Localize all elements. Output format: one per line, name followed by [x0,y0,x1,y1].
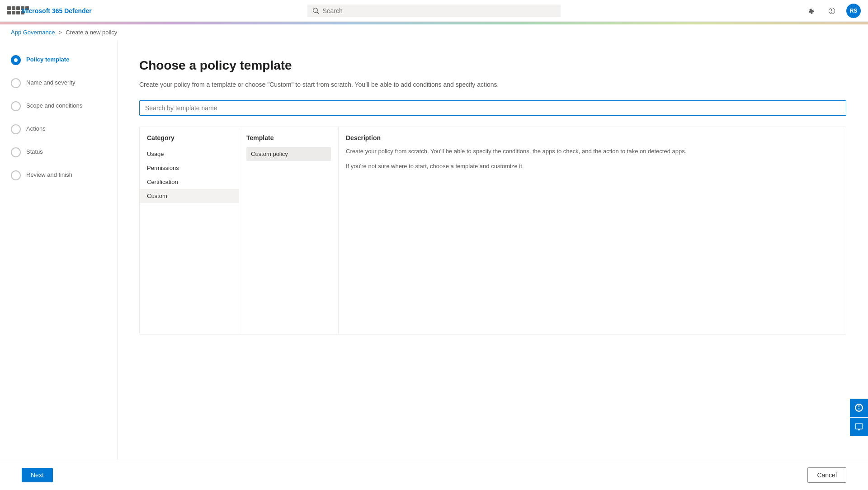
footer-right: Cancel [807,467,846,483]
breadcrumb-parent[interactable]: App Governance [11,29,55,36]
global-search-bar[interactable] [307,5,561,17]
side-actions [850,399,868,436]
nav-left: Microsoft 365 Defender [7,6,92,15]
category-permissions[interactable]: Permissions [140,161,239,175]
spacer-1 [11,65,106,78]
step-label-scope-conditions: Scope and conditions [26,101,82,110]
step-label-name-severity: Name and severity [26,78,75,87]
spacer-2 [11,88,106,101]
step-label-policy-template: Policy template [26,55,69,64]
page-description: Create your policy from a template or ch… [139,80,846,90]
settings-icon[interactable] [803,4,817,18]
template-header: Template [246,134,331,141]
spacer-3 [11,111,106,124]
description-column: Description Create your policy from scra… [339,127,846,334]
spacer-4 [11,134,106,147]
next-button[interactable]: Next [22,468,53,482]
step-scope-conditions: Scope and conditions [11,101,106,111]
step-policy-template: Policy template [11,55,106,65]
step-circle-review-finish [11,170,21,180]
main-layout: Policy template Name and severity Scope … [0,40,868,489]
description-text1: Create your policy from scratch. You'll … [346,147,839,156]
template-panel: Category Usage Permissions Certification… [139,127,846,335]
step-label-review-finish: Review and finish [26,170,72,179]
spacer-5 [11,157,106,170]
cancel-button[interactable]: Cancel [807,467,846,483]
nav-right: RS [803,4,861,18]
user-avatar[interactable]: RS [846,4,861,18]
app-title: Microsoft 365 Defender [22,7,92,14]
step-name-severity: Name and severity [11,78,106,88]
category-custom[interactable]: Custom [140,189,239,203]
step-actions: Actions [11,124,106,134]
step-label-status: Status [26,147,43,156]
global-search-input[interactable] [322,7,555,14]
step-circle-name-severity [11,78,21,88]
step-circle-status [11,147,21,157]
template-search-input[interactable] [139,100,846,116]
template-column: Template Custom policy [239,127,339,334]
sidebar: Policy template Name and severity Scope … [0,40,118,489]
breadcrumb: App Governance > Create a new policy [0,24,868,40]
top-navigation: Microsoft 365 Defender RS [0,0,868,22]
footer: Next Cancel [0,460,868,490]
step-circle-scope-conditions [11,101,21,111]
step-circle-actions [11,124,21,134]
category-usage[interactable]: Usage [140,147,239,161]
step-circle-policy-template [11,55,21,65]
search-icon [313,8,319,14]
step-status: Status [11,147,106,157]
description-text2: If you're not sure where to start, choos… [346,162,839,171]
side-action-chat[interactable] [850,418,868,436]
category-column: Category Usage Permissions Certification… [140,127,239,334]
template-custom-policy[interactable]: Custom policy [246,147,331,161]
category-certification[interactable]: Certification [140,175,239,189]
description-header: Description [346,134,839,141]
help-icon[interactable] [825,4,839,18]
breadcrumb-separator: > [59,29,62,36]
page-title: Choose a policy template [139,58,846,73]
step-label-actions: Actions [26,124,46,133]
step-list: Policy template Name and severity Scope … [11,55,106,180]
step-review-finish: Review and finish [11,170,106,180]
app-grid-icon[interactable] [7,6,16,15]
category-header: Category [140,134,239,147]
breadcrumb-current: Create a new policy [66,29,117,36]
content-area: Choose a policy template Create your pol… [118,40,868,489]
side-action-feedback[interactable] [850,399,868,417]
